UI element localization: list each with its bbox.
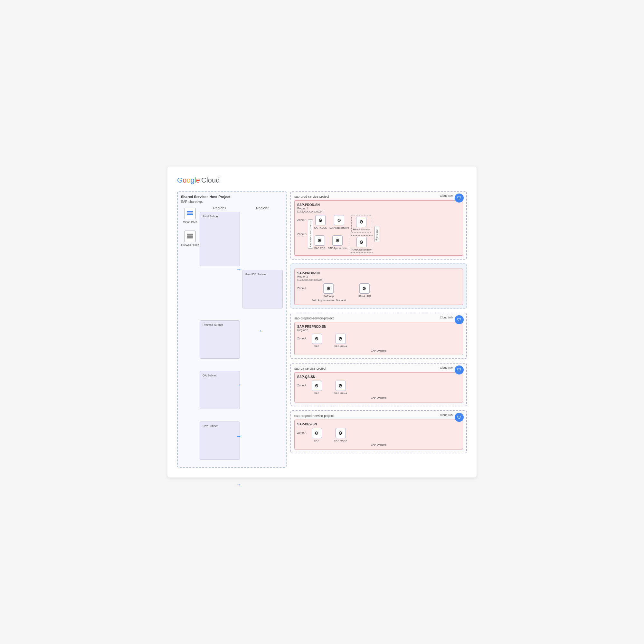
sap-preprod-project: sap-preprod-service-project Cloud IAM 🛡 …	[290, 313, 467, 359]
sap-app-dr-icon: ⚙	[323, 283, 334, 294]
qa-sn-box: SAP-QA-SN Zone A ⚙ SAP ⚙ SAP HANA SAP Sy…	[294, 372, 463, 402]
zone-labels: Zone A Zone B	[297, 215, 307, 253]
dev-shield-icon: 🛡	[455, 413, 464, 422]
vpc-label: SAP-sharedvpc	[181, 200, 283, 204]
preprod-sap-item: ⚙ SAP	[312, 334, 322, 348]
dev-sn-box: SAP-DEV-SN Zone A ⚙ SAP ⚙ SAP HANA SAP S…	[294, 420, 463, 450]
sap-prod-project-title: sap-prod-service-project	[294, 195, 463, 198]
hana-primary-label: HANA Primary	[353, 228, 370, 231]
qa-servers: Zone A ⚙ SAP ⚙ SAP HANA	[297, 381, 460, 395]
arrow-dev: →	[236, 481, 241, 488]
svg-rect-2	[187, 214, 193, 215]
preprod-subnet-box: PreProd Subnet	[200, 320, 240, 359]
sap-app-servers-b-item: ⚙ SAP App servers	[328, 235, 347, 250]
dev-zone-a-label: Zone A	[297, 431, 307, 434]
cloud-dns-icon-box: Cloud DNS	[183, 208, 197, 224]
main-layout: Shared Services Host Project SAP-sharedv…	[177, 191, 467, 468]
sap-dev-project-title: sap-preprod-service-project	[294, 414, 463, 418]
prod-dr-sn-cidr: (172.xxx.xxx.xxx/24)	[297, 278, 460, 281]
cloud-logo-text: Cloud	[201, 176, 220, 185]
qa-hana-icon: ⚙	[336, 381, 346, 391]
hana-dr-item: ⚙ HANA - DR	[358, 283, 371, 298]
sap-app-dr-label: SAP App	[324, 295, 334, 298]
qa-sap-icon: ⚙	[312, 381, 322, 391]
zones-content: ⚙ SAP ASCS ⚙ SAP App servers ⚙ HANA Prim…	[314, 215, 373, 253]
google-logo-text: Google	[177, 176, 200, 185]
sap-app-servers-b-icon: ⚙	[332, 235, 343, 246]
arrow-qa: →	[236, 433, 241, 440]
firewall-rules-icon-box: Firewall Rules	[181, 231, 199, 247]
svg-rect-5	[187, 237, 193, 239]
dev-cloud-iam: Cloud IAM	[440, 413, 453, 417]
prod-dr-subnet-box: Prod DR Subnet	[242, 270, 283, 308]
sap-ascs-icon: ⚙	[315, 215, 326, 225]
qa-subnet-box: QA Subnet	[200, 371, 240, 409]
hsr-setup-label: HSR Setup	[374, 226, 379, 242]
preprod-sap-icon: ⚙	[312, 334, 322, 344]
qa-cloud-iam: Cloud IAM	[440, 366, 453, 369]
preprod-sap-label: SAP	[314, 345, 319, 348]
preprod-hana-label: SAP HANA	[334, 345, 347, 348]
firewall-rules-label: Firewall Rules	[181, 243, 199, 247]
prod-subnet-label: Prod Subnet	[203, 215, 237, 218]
prod-sn-cidr: (172.xxx.xxx.xxx/24)	[297, 210, 460, 213]
zone-a-label: Zone A	[297, 218, 307, 222]
preprod-sn-box: SAP-PREPROD-SN Region2 Zone A ⚙ SAP ⚙ SA…	[294, 322, 463, 355]
arrow-preprod: →	[236, 382, 241, 388]
qa-sap-item: ⚙ SAP	[312, 381, 322, 395]
google-cloud-logo: Google Cloud	[177, 176, 467, 185]
svg-rect-1	[187, 213, 193, 213]
hana-secondary-icon: ⚙	[356, 237, 367, 247]
prod-subnet-box: Prod Subnet	[200, 212, 240, 266]
dev-sn-title: SAP-DEV-SN	[297, 422, 460, 426]
sap-prod-project: sap-prod-service-project Cloud IAM 🛡 SAP…	[290, 191, 467, 260]
svg-rect-0	[187, 211, 193, 212]
prod-dr-zone-a-label: Zone A	[297, 287, 307, 290]
prod-sn-title: SAP-PROD-SN	[297, 203, 460, 207]
preprod-sn-title: SAP-PREPROD-SN	[297, 325, 460, 328]
hana-primary-box: ⚙ HANA Primary	[351, 215, 371, 233]
sap-app-servers-a-icon: ⚙	[334, 215, 344, 225]
hana-primary-icon: ⚙	[356, 217, 366, 227]
zone-a-servers: ⚙ SAP ASCS ⚙ SAP App servers ⚙ HANA Prim…	[314, 215, 373, 233]
zone-b-label: Zone B	[297, 232, 307, 236]
hana-dr-icon: ⚙	[359, 283, 370, 294]
hana-secondary-label: HANA Secondary	[352, 248, 372, 251]
prod-dr-sn-title: SAP-PROD-SN	[297, 271, 460, 275]
shared-services-panel: Shared Services Host Project SAP-sharedv…	[177, 191, 287, 468]
preprod-servers: Zone A ⚙ SAP ⚙ SAP HANA	[297, 334, 460, 348]
cloud-dns-icon	[184, 208, 196, 219]
cross-zone-label: Cross Zone Availability	[308, 219, 313, 249]
region1-col: Region1 Prod Subnet PreProd Subnet QA Su…	[200, 206, 240, 462]
arrow-prod: →	[236, 266, 241, 273]
sap-ers-icon: ⚙	[315, 235, 325, 246]
sap-ers-item: ⚙ SAP ERS	[314, 235, 326, 250]
sap-qa-project: sap-qa-service-project Cloud IAM 🛡 SAP-Q…	[290, 363, 467, 406]
sap-app-dr-item: ⚙ SAP App Build App servers on Demand	[312, 283, 346, 302]
page-container: Google Cloud Shared Services Host Projec…	[167, 166, 477, 478]
qa-hana-item: ⚙ SAP HANA	[334, 381, 347, 395]
preprod-sn-subtitle: Region2	[297, 328, 460, 332]
sap-prod-dr-project: SAP-PROD-SN Region2 (172.xxx.xxx.xxx/24)…	[290, 263, 467, 309]
sap-app-servers-b-label: SAP App servers	[328, 247, 347, 250]
sap-ascs-label: SAP ASCS	[314, 226, 327, 230]
sap-ers-label: SAP ERS	[314, 247, 326, 250]
svg-rect-4	[187, 235, 193, 237]
qa-sap-label: SAP	[314, 392, 319, 395]
zone-b-servers: ⚙ SAP ERS ⚙ SAP App servers ⚙ HANA Secon…	[314, 235, 373, 253]
region1-label: Region1	[200, 206, 240, 210]
dev-hana-item: ⚙ SAP HANA	[334, 428, 347, 442]
prod-zones-wrapper: Zone A Zone B Cross Zone Availability ⚙	[297, 215, 460, 253]
qa-hana-label: SAP HANA	[334, 392, 347, 395]
region2-col: Region2 Prod DR Subnet	[242, 206, 283, 462]
preprod-shield-icon: 🛡	[455, 315, 464, 324]
cloud-dns-label: Cloud DNS	[183, 221, 197, 224]
sap-ascs-item: ⚙ SAP ASCS	[314, 215, 327, 230]
preprod-zone-a-label: Zone A	[297, 337, 307, 340]
regions-area: Region1 Prod Subnet PreProd Subnet QA Su…	[200, 206, 283, 462]
svg-rect-3	[187, 234, 193, 235]
right-panel: sap-prod-service-project Cloud IAM 🛡 SAP…	[290, 191, 467, 468]
prod-dr-subnet-label: Prod DR Subnet	[245, 273, 280, 276]
preprod-hana-icon: ⚙	[336, 334, 346, 344]
prod-sn-box: SAP-PROD-SN Region1 (172.xxx.xxx.xxx/24)…	[294, 200, 463, 256]
